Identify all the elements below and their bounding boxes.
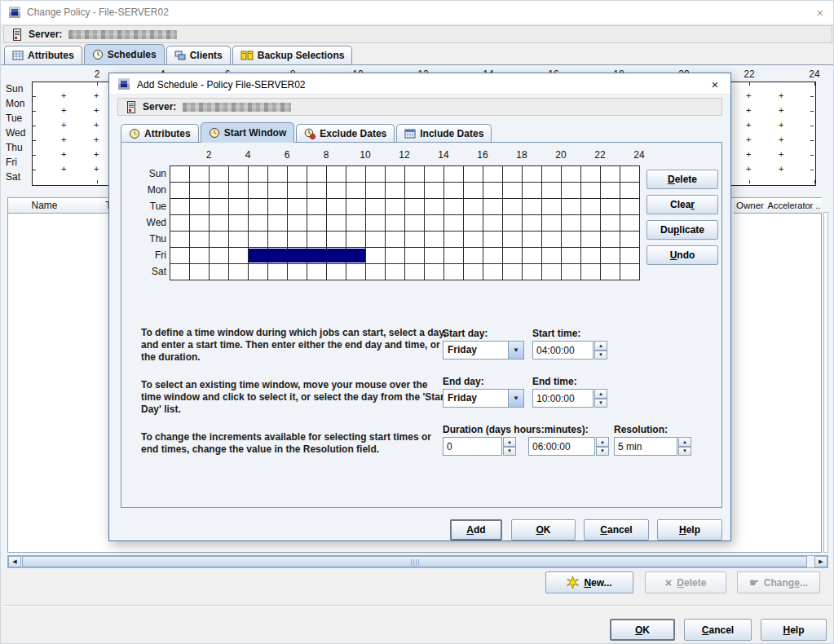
start-time-input[interactable] [532,341,594,359]
grid-tick [97,82,98,86]
vertical-scrollbar[interactable] [823,212,828,553]
tab-clients[interactable]: Clients [166,46,231,64]
duration-label: Duration (days hours:minutes): [443,424,589,435]
delete-button[interactable]: × Delete [645,571,726,593]
start-time-label: Start time: [532,328,580,339]
grid-tick [810,126,814,126]
spinner-up-icon[interactable]: ▲ [503,437,516,447]
start-day-select[interactable]: Friday ▼ [443,341,524,359]
new-button[interactable]: New... [545,571,633,593]
grid-tick [33,140,36,141]
day-label: Mon [136,182,166,198]
cancel-button[interactable]: Cancel [684,619,752,641]
day-label: Sat [6,170,20,184]
grid-plus-mark: + [746,135,751,144]
dialog-tabbar: Attributes Start Window Exclude Dates In… [121,122,492,143]
hour-label: 4 [236,149,259,161]
column-header-accelerator[interactable]: Accelerator .. [766,198,822,214]
spinner-down-icon[interactable]: ▼ [594,399,607,408]
duration-days-input[interactable] [443,437,502,456]
add-button[interactable]: Add [450,519,502,540]
grid-undo-button[interactable]: Undo [646,245,718,265]
add-schedule-dialog: Add Schedule - Policy File-SERVER02 × Se… [108,73,731,541]
duration-time-input[interactable] [528,437,595,456]
change-button[interactable]: ☛ Change... [737,571,820,593]
change-hand-icon: ☛ [749,577,759,588]
dialog-ok-label: OK [536,524,550,536]
dialog-ok-button[interactable]: OK [511,519,576,540]
end-day-select[interactable]: Friday ▼ [443,389,524,408]
ok-button[interactable]: OK [610,619,675,641]
help-button[interactable]: Help [761,619,827,641]
end-time-spinner[interactable]: ▲▼ [532,389,607,408]
cancel-button-label: Cancel [702,624,734,636]
tab-label: Include Dates [420,128,483,139]
spinner-down-icon[interactable]: ▼ [596,447,609,457]
tab-label: Attributes [28,50,74,61]
scroll-right-icon[interactable]: ▶ [814,556,827,567]
column-header-name[interactable]: Name [8,198,82,214]
day-label: Fri [136,247,166,263]
tab-exclude-dates[interactable]: Exclude Dates [296,124,395,143]
dialog-help-button[interactable]: Help [657,519,722,540]
end-day-label: End day: [443,376,484,387]
resolution-spinner[interactable]: ▲▼ [614,437,691,456]
grid-clear-label: Clear [670,199,695,210]
day-label: Wed [136,214,166,231]
spinner-up-icon[interactable]: ▲ [594,341,607,351]
spinner-up-icon[interactable]: ▲ [594,389,607,399]
close-icon[interactable]: × [812,6,828,20]
end-time-label: End time: [532,376,577,387]
hour-label: 20 [549,149,572,161]
grid-clear-button[interactable]: Clear [646,195,718,214]
grid-plus-mark: + [779,135,783,144]
grid-delete-button[interactable]: Delete [646,170,718,189]
tab-include-dates[interactable]: Include Dates [396,124,492,143]
horizontal-scrollbar[interactable]: ◀ ▶ [7,555,828,568]
time-window-grid[interactable] [170,165,640,280]
tab-attributes[interactable]: Attributes [121,124,199,143]
grid-plus-mark: + [61,91,66,100]
grid-plus-mark: + [779,165,783,174]
chevron-down-icon[interactable]: ▼ [508,342,523,359]
tab-schedules[interactable]: Schedules [84,44,165,64]
day-label: Mon [6,96,24,111]
start-day-value: Friday [443,342,508,359]
end-day-value: Friday [443,390,508,407]
tab-label: Start Window [224,127,287,139]
grid-plus-mark: + [94,150,99,159]
column-header-owner[interactable]: Owner [734,198,767,214]
hour-label: 24 [803,68,826,80]
dialog-server-bar: Server: [117,98,722,116]
grid-delete-label: Delete [668,174,697,185]
server-icon [126,100,136,114]
resolution-label: Resolution: [614,424,668,435]
server-name-redacted [183,103,291,112]
end-time-input[interactable] [532,389,594,408]
spinner-down-icon[interactable]: ▼ [594,351,607,360]
day-label: Sat [136,263,166,280]
duration-days-spinner[interactable]: ▲▼ [443,437,516,456]
chevron-down-icon[interactable]: ▼ [508,390,523,407]
scrollbar-thumb[interactable] [22,556,807,567]
dialog-cancel-button[interactable]: Cancel [584,519,649,540]
grid-tick [33,126,36,126]
tab-start-window[interactable]: Start Window [201,122,295,143]
grid-plus-mark: + [94,135,99,144]
start-time-spinner[interactable]: ▲▼ [532,341,607,359]
spinner-up-icon[interactable]: ▲ [678,437,691,447]
spinner-down-icon[interactable]: ▼ [678,447,691,457]
grid-plus-mark: + [94,165,99,174]
spinner-up-icon[interactable]: ▲ [596,437,609,447]
scroll-left-icon[interactable]: ◀ [8,556,21,567]
grid-duplicate-button[interactable]: Duplicate [646,220,718,240]
duration-time-spinner[interactable]: ▲▼ [528,437,609,456]
hour-label: 10 [354,149,377,161]
tab-attributes[interactable]: Attributes [4,46,82,64]
close-icon[interactable]: × [707,77,723,91]
selected-time-window-bar[interactable] [249,249,365,262]
spinner-down-icon[interactable]: ▼ [503,447,516,457]
tab-backup-selections[interactable]: Backup Selections [232,46,353,64]
grid-plus-mark: + [746,150,751,159]
resolution-input[interactable] [614,437,677,456]
